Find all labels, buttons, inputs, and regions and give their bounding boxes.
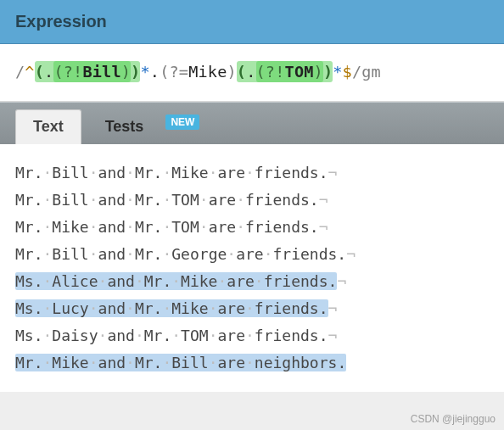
word: are [217, 299, 245, 317]
whitespace-dot-icon: · [135, 272, 144, 290]
word: Bill [52, 245, 88, 263]
word: Mr. [135, 218, 163, 236]
group-1: (.(?!Bill)) [35, 61, 141, 82]
word: friends. [273, 245, 347, 263]
word: Mike [171, 299, 208, 317]
g2-la-open: (?! [256, 63, 285, 81]
g2-dot: . [246, 63, 255, 81]
whitespace-dot-icon: · [126, 164, 135, 181]
match-span: Mr.·Mike·and·Mr.·Bill·are·neighbors. [15, 354, 346, 371]
whitespace-dot-icon: · [209, 354, 218, 371]
word: Mr. [15, 164, 43, 181]
whitespace-dot-icon: · [199, 191, 209, 209]
g2-neg-lookahead: (?!TOM) [256, 61, 323, 82]
regex-input[interactable]: /^(.(?!Bill))*.(?=Mike)(.(?!TOM))*$/gm [0, 44, 504, 102]
whitespace-dot-icon: · [126, 299, 135, 317]
whitespace-dot-icon: · [245, 327, 255, 344]
word: Mr. [135, 354, 163, 371]
whitespace-dot-icon: · [171, 272, 181, 290]
whitespace-dot-icon: · [209, 164, 218, 181]
whitespace-dot-icon: · [135, 327, 144, 344]
word: and [98, 218, 126, 236]
text-panel[interactable]: Mr.·Bill·and·Mr.·Mike·are·friends.¬Mr.·B… [0, 144, 504, 392]
word: Mike [52, 218, 88, 236]
anchor-start: ^ [25, 63, 34, 81]
whitespace-dot-icon: · [89, 354, 98, 371]
whitespace-dot-icon: · [162, 354, 171, 371]
nomatch-span: Mr.·Mike·and·Mr.·TOM·are·friends. [15, 218, 319, 236]
whitespace-dot-icon: · [89, 218, 98, 236]
group-2: (.(?!TOM)) [237, 61, 333, 82]
g1-la-open: (?! [53, 63, 82, 81]
word: are [227, 272, 255, 290]
whitespace-dot-icon: · [162, 164, 171, 181]
whitespace-dot-icon: · [89, 164, 98, 181]
word: Lucy [52, 299, 88, 317]
word: friends. [264, 272, 338, 290]
whitespace-dot-icon: · [89, 191, 98, 209]
whitespace-dot-icon: · [255, 272, 264, 290]
badge-new: NEW [165, 114, 199, 130]
word: Bill [52, 164, 88, 181]
nomatch-span: Mr.·Bill·and·Mr.·Mike·are·friends. [15, 164, 328, 181]
text-line: Mr.·Mike·and·Mr.·Bill·are·neighbors. [15, 349, 489, 377]
word: Mr. [15, 191, 43, 209]
whitespace-dot-icon: · [162, 245, 171, 263]
eol-icon: ¬ [328, 164, 338, 181]
whitespace-dot-icon: · [199, 218, 209, 236]
quantifier-1: * [140, 63, 149, 81]
word: are [209, 191, 237, 209]
word: Mr. [135, 191, 163, 209]
whitespace-dot-icon: · [98, 272, 108, 290]
word: and [98, 164, 126, 181]
word: George [171, 245, 227, 263]
word: Alice [52, 272, 98, 290]
tab-text[interactable]: Text [15, 109, 81, 144]
whitespace-dot-icon: · [217, 272, 227, 290]
word: Mr. [135, 245, 163, 263]
word: friends. [245, 218, 319, 236]
word: are [217, 354, 245, 371]
text-line: Ms.·Daisy·and·Mr.·TOM·are·friends.¬ [15, 322, 489, 349]
word: and [98, 354, 126, 371]
word: Mr. [144, 327, 172, 344]
word: Mr. [135, 299, 163, 317]
word: Mike [181, 272, 217, 290]
g2-literal: TOM [285, 63, 314, 81]
regex-open-delim: / [15, 63, 25, 81]
word: are [217, 164, 245, 181]
whitespace-dot-icon: · [126, 354, 135, 371]
word: are [209, 218, 237, 236]
whitespace-dot-icon: · [126, 218, 135, 236]
whitespace-dot-icon: · [162, 299, 171, 317]
g1-la-close: ) [121, 63, 131, 81]
whitespace-dot-icon: · [227, 245, 236, 263]
nomatch-span: Ms.·Daisy·and·Mr.·TOM·are·friends. [15, 327, 328, 344]
word: Ms. [15, 299, 43, 317]
whitespace-dot-icon: · [162, 191, 171, 209]
word: and [98, 245, 126, 263]
word: neighbors. [255, 354, 346, 371]
whitespace-dot-icon: · [43, 354, 53, 371]
word: friends. [255, 299, 328, 317]
eol-icon: ¬ [328, 327, 338, 344]
g1-open: ( [35, 63, 44, 81]
word: Bill [52, 191, 88, 209]
regex-close-delim: / [352, 63, 361, 81]
whitespace-dot-icon: · [89, 299, 98, 317]
word: and [98, 299, 126, 317]
word: friends. [255, 164, 328, 181]
tabs-row: Text Tests NEW [0, 102, 504, 144]
g2-open: ( [237, 63, 246, 81]
pos-lookahead-close: ) [227, 63, 237, 81]
g2-la-close: ) [314, 63, 323, 81]
tab-tests[interactable]: Tests [88, 110, 161, 144]
word: and [98, 191, 126, 209]
nomatch-span: Mr.·Bill·and·Mr.·George·are·friends. [15, 245, 346, 263]
eol-icon: ¬ [328, 299, 338, 317]
whitespace-dot-icon: · [236, 218, 245, 236]
text-line: Mr.·Bill·and·Mr.·George·are·friends.¬ [15, 241, 489, 268]
quantifier-2: * [333, 63, 342, 81]
word: TOM [171, 191, 199, 209]
eol-icon: ¬ [319, 218, 328, 236]
